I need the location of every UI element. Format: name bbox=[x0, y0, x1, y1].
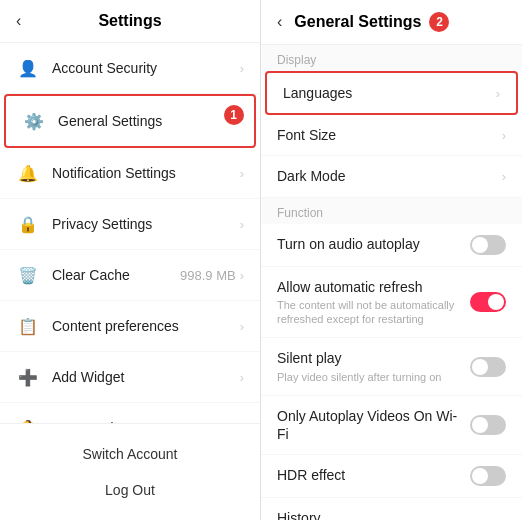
menu-item-notification-settings[interactable]: 🔔Notification Settings› bbox=[0, 148, 260, 199]
right-panel-title: General Settings bbox=[294, 13, 421, 31]
right-panel: ‹ General Settings 2 DisplayLanguages›Fo… bbox=[261, 0, 522, 520]
content-preferences-icon: 📋 bbox=[16, 314, 40, 338]
account-security-label: Account Security bbox=[52, 60, 240, 76]
notification-settings-chevron: › bbox=[240, 166, 244, 181]
menu-item-content-preferences[interactable]: 📋Content preferences› bbox=[0, 301, 260, 352]
auto-refresh-toggle[interactable] bbox=[470, 292, 506, 312]
privacy-settings-label: Privacy Settings bbox=[52, 216, 240, 232]
right-item-auto-refresh[interactable]: Allow automatic refreshThe content will … bbox=[261, 267, 522, 339]
history-text: HistoryWhen enabled, we won't save your … bbox=[277, 509, 462, 520]
font-size-chevron: › bbox=[502, 128, 506, 143]
menu-item-general-settings[interactable]: ⚙️General Settings1› bbox=[4, 94, 256, 148]
privacy-settings-icon: 🔒 bbox=[16, 212, 40, 236]
dark-mode-label: Dark Mode bbox=[277, 167, 494, 185]
section-label-display: Display bbox=[261, 45, 522, 71]
right-item-languages[interactable]: Languages› bbox=[265, 71, 518, 115]
right-item-audio-autoplay[interactable]: Turn on audio autoplay bbox=[261, 224, 522, 267]
right-header: ‹ General Settings 2 bbox=[261, 0, 522, 45]
dark-mode-text: Dark Mode bbox=[277, 167, 494, 185]
languages-text: Languages bbox=[283, 84, 488, 102]
right-item-history[interactable]: HistoryWhen enabled, we won't save your … bbox=[261, 498, 522, 520]
clear-cache-label: Clear Cache bbox=[52, 267, 180, 283]
log-out-button[interactable]: Log Out bbox=[16, 472, 244, 508]
wifi-autoplay-toggle[interactable] bbox=[470, 415, 506, 435]
badge-1: 1 bbox=[224, 105, 244, 125]
hdr-effect-text: HDR effect bbox=[277, 466, 462, 484]
dark-mode-chevron: › bbox=[502, 169, 506, 184]
font-size-text: Font Size bbox=[277, 126, 494, 144]
content-preferences-label: Content preferences bbox=[52, 318, 240, 334]
general-settings-icon: ⚙️ bbox=[22, 109, 46, 133]
left-panel: ‹ Settings 👤Account Security›⚙️General S… bbox=[0, 0, 261, 520]
add-widget-label: Add Widget bbox=[52, 369, 240, 385]
wifi-autoplay-text: Only Autoplay Videos On Wi-Fi bbox=[277, 407, 462, 443]
teen-mode-icon: 👶 bbox=[16, 416, 40, 423]
menu-item-teen-mode[interactable]: 👶Teen ModeNot Enabled› bbox=[0, 403, 260, 423]
menu-item-clear-cache[interactable]: 🗑️Clear Cache998.9 MB› bbox=[0, 250, 260, 301]
hdr-effect-label: HDR effect bbox=[277, 466, 462, 484]
teen-mode-label: Teen Mode bbox=[52, 420, 164, 423]
auto-refresh-text: Allow automatic refreshThe content will … bbox=[277, 278, 462, 327]
notification-settings-label: Notification Settings bbox=[52, 165, 240, 181]
font-size-label: Font Size bbox=[277, 126, 494, 144]
account-security-icon: 👤 bbox=[16, 56, 40, 80]
right-item-silent-play[interactable]: Silent playPlay video silently after tur… bbox=[261, 338, 522, 395]
menu-item-add-widget[interactable]: ➕Add Widget› bbox=[0, 352, 260, 403]
audio-autoplay-toggle[interactable] bbox=[470, 235, 506, 255]
clear-cache-chevron: › bbox=[240, 268, 244, 283]
badge-2: 2 bbox=[429, 12, 449, 32]
auto-refresh-desc: The content will not be automatically re… bbox=[277, 298, 462, 327]
right-back-arrow[interactable]: ‹ bbox=[277, 13, 282, 31]
wifi-autoplay-label: Only Autoplay Videos On Wi-Fi bbox=[277, 407, 462, 443]
right-item-dark-mode[interactable]: Dark Mode› bbox=[261, 156, 522, 197]
auto-refresh-label: Allow automatic refresh bbox=[277, 278, 462, 296]
add-widget-chevron: › bbox=[240, 370, 244, 385]
add-widget-icon: ➕ bbox=[16, 365, 40, 389]
teen-mode-value: Not Enabled bbox=[164, 421, 236, 424]
notification-settings-icon: 🔔 bbox=[16, 161, 40, 185]
section-label-function: Function bbox=[261, 198, 522, 224]
hdr-effect-toggle[interactable] bbox=[470, 466, 506, 486]
right-item-hdr-effect[interactable]: HDR effect bbox=[261, 455, 522, 498]
silent-play-desc: Play video silently after turning on bbox=[277, 370, 462, 384]
left-header: ‹ Settings bbox=[0, 0, 260, 43]
right-item-font-size[interactable]: Font Size› bbox=[261, 115, 522, 156]
bottom-actions: Switch Account Log Out bbox=[0, 423, 260, 520]
silent-play-label: Silent play bbox=[277, 349, 462, 367]
audio-autoplay-text: Turn on audio autoplay bbox=[277, 235, 462, 253]
account-security-chevron: › bbox=[240, 61, 244, 76]
left-panel-title: Settings bbox=[98, 12, 161, 30]
audio-autoplay-label: Turn on audio autoplay bbox=[277, 235, 462, 253]
clear-cache-icon: 🗑️ bbox=[16, 263, 40, 287]
history-label: History bbox=[277, 509, 462, 520]
privacy-settings-chevron: › bbox=[240, 217, 244, 232]
menu-item-account-security[interactable]: 👤Account Security› bbox=[0, 43, 260, 94]
languages-label: Languages bbox=[283, 84, 488, 102]
languages-chevron: › bbox=[496, 86, 500, 101]
content-preferences-chevron: › bbox=[240, 319, 244, 334]
switch-account-button[interactable]: Switch Account bbox=[16, 436, 244, 472]
silent-play-text: Silent playPlay video silently after tur… bbox=[277, 349, 462, 383]
menu-item-privacy-settings[interactable]: 🔒Privacy Settings› bbox=[0, 199, 260, 250]
right-item-wifi-autoplay[interactable]: Only Autoplay Videos On Wi-Fi bbox=[261, 396, 522, 455]
left-menu-list: 👤Account Security›⚙️General Settings1›🔔N… bbox=[0, 43, 260, 423]
silent-play-toggle[interactable] bbox=[470, 357, 506, 377]
left-back-arrow[interactable]: ‹ bbox=[16, 12, 21, 30]
clear-cache-value: 998.9 MB bbox=[180, 268, 236, 283]
general-settings-label: General Settings1 bbox=[58, 113, 234, 129]
teen-mode-chevron: › bbox=[240, 421, 244, 424]
